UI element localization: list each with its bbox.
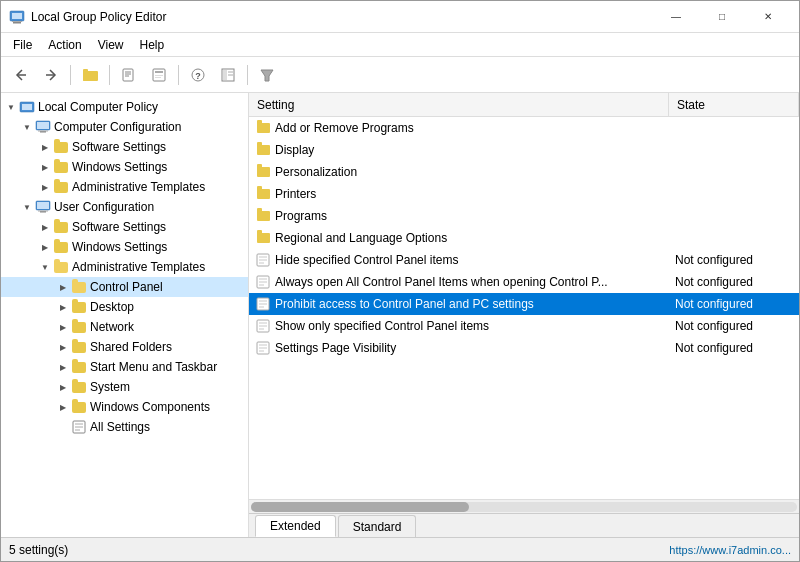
scrollbar-track[interactable] [251, 502, 797, 512]
list-item[interactable]: Programs [249, 205, 799, 227]
root-label: Local Computer Policy [38, 100, 158, 114]
list-item[interactable]: Add or Remove Programs [249, 117, 799, 139]
filter-button[interactable] [253, 61, 281, 89]
tree-win-components[interactable]: ▶ Windows Components [1, 397, 248, 417]
menu-bar: File Action View Help [1, 33, 799, 57]
uc-win-label: Windows Settings [72, 240, 167, 254]
item-setting: Settings Page Visibility [249, 340, 669, 356]
tree-control-panel[interactable]: ▶ Control Panel [1, 277, 248, 297]
scrollbar-thumb[interactable] [251, 502, 469, 512]
tree-computer-config[interactable]: ▼ Computer Configuration [1, 117, 248, 137]
settings-icon [255, 318, 271, 334]
sm-expand[interactable]: ▶ [55, 359, 71, 375]
folder-icon [255, 120, 271, 136]
item-state: Not configured [669, 341, 799, 355]
tree-shared-folders[interactable]: ▶ Shared Folders [1, 337, 248, 357]
tab-extended[interactable]: Extended [255, 515, 336, 537]
right-panel: Setting State Add or Remove Programs [249, 93, 799, 537]
tree-cc-admin[interactable]: ▶ Administrative Templates [1, 177, 248, 197]
tree-uc-windows[interactable]: ▶ Windows Settings [1, 237, 248, 257]
tab-standard[interactable]: Standard [338, 515, 417, 537]
svg-rect-13 [155, 75, 163, 76]
sys-expand[interactable]: ▶ [55, 379, 71, 395]
net-expand[interactable]: ▶ [55, 319, 71, 335]
net-label: Network [90, 320, 134, 334]
uc-sw-expand[interactable]: ▶ [37, 219, 53, 235]
separator-1 [70, 65, 71, 85]
status-text: 5 setting(s) [9, 543, 68, 557]
back-button[interactable] [7, 61, 35, 89]
cc-expand[interactable]: ▼ [19, 119, 35, 135]
uc-expand[interactable]: ▼ [19, 199, 35, 215]
sf-expand[interactable]: ▶ [55, 339, 71, 355]
maximize-button[interactable]: □ [699, 1, 745, 33]
list-item[interactable]: Show only specified Control Panel items … [249, 315, 799, 337]
root-expand[interactable]: ▼ [3, 99, 19, 115]
horizontal-scrollbar[interactable] [249, 499, 799, 513]
properties-button[interactable] [145, 61, 173, 89]
item-setting: Hide specified Control Panel items [249, 252, 669, 268]
uc-adm-expand[interactable]: ▼ [37, 259, 53, 275]
list-item[interactable]: Hide specified Control Panel items Not c… [249, 249, 799, 271]
tree-desktop[interactable]: ▶ Desktop [1, 297, 248, 317]
item-setting: Regional and Language Options [249, 230, 669, 246]
item-setting: Programs [249, 208, 669, 224]
minimize-button[interactable]: — [653, 1, 699, 33]
cc-adm-expand[interactable]: ▶ [37, 179, 53, 195]
item-state: Not configured [669, 253, 799, 267]
cc-win-folder-icon [53, 159, 69, 175]
tree-user-config[interactable]: ▼ User Configuration [1, 197, 248, 217]
svg-rect-3 [12, 21, 22, 22]
tree-uc-software[interactable]: ▶ Software Settings [1, 217, 248, 237]
sm-folder-icon [71, 359, 87, 375]
tree-cc-software[interactable]: ▶ Software Settings [1, 137, 248, 157]
list-item-selected[interactable]: Prohibit access to Control Panel and PC … [249, 293, 799, 315]
tree-network[interactable]: ▶ Network [1, 317, 248, 337]
folder-icon [255, 164, 271, 180]
list-item[interactable]: Regional and Language Options [249, 227, 799, 249]
item-setting: Prohibit access to Control Panel and PC … [249, 296, 669, 312]
menu-view[interactable]: View [90, 36, 132, 54]
cp-label: Control Panel [90, 280, 163, 294]
help-button[interactable]: ? [184, 61, 212, 89]
cp-expand[interactable]: ▶ [55, 279, 71, 295]
list-item[interactable]: Always open All Control Panel Items when… [249, 271, 799, 293]
forward-button[interactable] [37, 61, 65, 89]
uc-win-expand[interactable]: ▶ [37, 239, 53, 255]
cc-win-expand[interactable]: ▶ [37, 159, 53, 175]
svg-rect-25 [37, 122, 49, 129]
list-content[interactable]: Add or Remove Programs Display [249, 117, 799, 499]
cc-adm-label: Administrative Templates [72, 180, 205, 194]
menu-help[interactable]: Help [132, 36, 173, 54]
status-bar: 5 setting(s) https://www.i7admin.co... [1, 537, 799, 561]
tree-all-settings[interactable]: ▶ All Settings [1, 417, 248, 437]
close-button[interactable]: ✕ [745, 1, 791, 33]
folder-icon [255, 230, 271, 246]
list-item[interactable]: Printers [249, 183, 799, 205]
list-item[interactable]: Display [249, 139, 799, 161]
list-item[interactable]: Personalization [249, 161, 799, 183]
folder-button[interactable] [76, 61, 104, 89]
cc-sw-expand[interactable]: ▶ [37, 139, 53, 155]
item-setting: Add or Remove Programs [249, 120, 669, 136]
cc-sw-label: Software Settings [72, 140, 166, 154]
header-setting[interactable]: Setting [249, 93, 669, 116]
uc-sw-label: Software Settings [72, 220, 166, 234]
tree-system[interactable]: ▶ System [1, 377, 248, 397]
tree-uc-admin[interactable]: ▼ Administrative Templates [1, 257, 248, 277]
uc-sw-folder-icon [53, 219, 69, 235]
extended-button[interactable] [214, 61, 242, 89]
tree-root[interactable]: ▼ Local Computer Policy [1, 97, 248, 117]
desk-expand[interactable]: ▶ [55, 299, 71, 315]
header-state[interactable]: State [669, 93, 799, 116]
wc-expand[interactable]: ▶ [55, 399, 71, 415]
cc-sw-folder-icon [53, 139, 69, 155]
menu-file[interactable]: File [5, 36, 40, 54]
svg-marker-21 [261, 70, 273, 81]
menu-action[interactable]: Action [40, 36, 89, 54]
list-item[interactable]: Settings Page Visibility Not configured [249, 337, 799, 359]
main-window: Local Group Policy Editor — □ ✕ File Act… [0, 0, 800, 562]
tree-start-menu[interactable]: ▶ Start Menu and Taskbar [1, 357, 248, 377]
export-button[interactable] [115, 61, 143, 89]
tree-cc-windows[interactable]: ▶ Windows Settings [1, 157, 248, 177]
